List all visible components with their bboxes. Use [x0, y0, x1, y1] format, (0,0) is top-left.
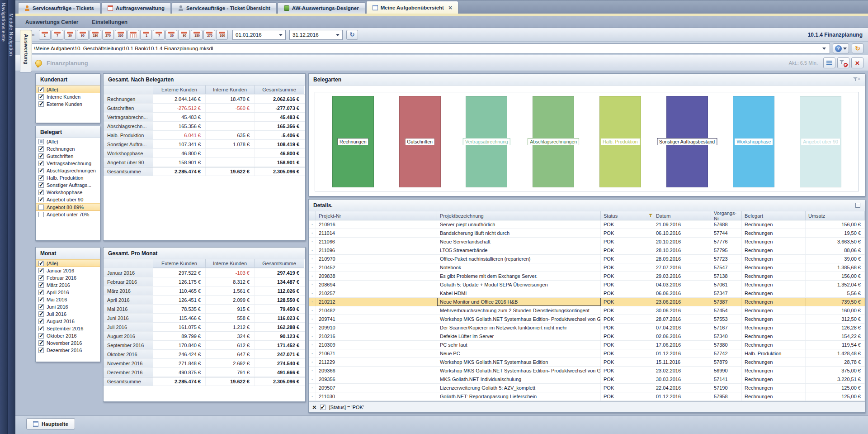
table-row[interactable]: Rechnungen 2.044.146 € 18.470 € 2.062.61…: [104, 95, 305, 104]
document-tab[interactable]: Serviceaufträge - Tickets: [18, 2, 100, 14]
table-row[interactable]: 209910 Der Scanner/Kopierer im Netzwerk …: [309, 324, 865, 332]
monat-filter-item[interactable]: Juni 2016: [36, 303, 100, 310]
table-row[interactable]: 210452 Notebook POK 27.07.2016 57547 Rec…: [309, 263, 865, 272]
report-path-input[interactable]: \Meine Aufgaben\10. Geschäftsleitung\10.…: [30, 43, 830, 53]
checkbox[interactable]: [38, 340, 44, 346]
belegart-filter-item[interactable]: Angebot unter 70%: [36, 211, 100, 218]
table-row[interactable]: 211096 LTO5 Streamerbände POK 28.10.2016…: [309, 246, 865, 255]
kundenart-filter-item[interactable]: (Alle): [36, 86, 100, 93]
checkbox[interactable]: [38, 190, 44, 195]
checkbox[interactable]: [38, 297, 44, 302]
column-header-status[interactable]: Status: [601, 211, 653, 220]
checkbox[interactable]: [38, 268, 44, 273]
table-row[interactable]: 211229 Workshop MKS Goliath.NET Systemha…: [309, 358, 865, 367]
monat-filter-item[interactable]: August 2016: [36, 318, 100, 325]
table-row[interactable]: Oktober 2016 246.424 € 647 € 247.071 €: [104, 350, 305, 359]
checkbox[interactable]: [38, 153, 44, 159]
table-row[interactable]: Workshopphase 46.800 € 46.800 €: [104, 149, 305, 158]
maximize-icon[interactable]: [855, 203, 860, 208]
date-to-field[interactable]: 31.12.2016: [289, 30, 343, 40]
table-row[interactable]: Mai 2016 78.535 € 915 € 79.450 €: [104, 305, 305, 314]
checkbox[interactable]: [38, 101, 44, 107]
checkbox[interactable]: [38, 311, 44, 317]
period-forward-button[interactable]: 90: [77, 30, 89, 40]
date-from-field[interactable]: 01.01.2016: [232, 30, 286, 40]
tab-auswertung[interactable]: Auswertung: [20, 30, 32, 72]
monat-filter-item[interactable]: März 2016: [36, 281, 100, 289]
column-header[interactable]: Interne Kunden: [206, 86, 255, 94]
document-tab[interactable]: Serviceaufträge - Ticket Übersicht: [172, 2, 277, 14]
period-forward-button[interactable]: 180: [90, 30, 101, 40]
belegart-filter-item[interactable]: Angebot über 90: [36, 196, 100, 203]
table-row[interactable]: November 2016 271.848 € 2.692 € 274.540 …: [104, 359, 305, 368]
table-row[interactable]: Dezember 2016 490.875 € 791 € 491.666 €: [104, 368, 305, 377]
chart-bar-label[interactable]: Vertragsabrechnung: [463, 138, 510, 145]
checkbox[interactable]: [38, 94, 44, 100]
column-header[interactable]: Externe Kunden: [153, 86, 206, 94]
table-row[interactable]: 208694 Goliath 5: Update + Modul SEPA Üb…: [309, 281, 865, 289]
table-row[interactable]: 210671 Neue PC POK 01.12.2016 57742 Halb…: [309, 349, 865, 358]
period-backward-button[interactable]: -180: [191, 30, 203, 40]
table-row[interactable]: 210482 Mehrverbrauchsrechnung zum 2 Stun…: [309, 306, 865, 315]
reload-report-button[interactable]: [852, 43, 863, 53]
belegart-filter-item[interactable]: Sonstiger Auftrags...: [36, 181, 100, 189]
table-row[interactable]: Gutschriften -276.512 € -560 € -277.073 …: [104, 104, 305, 113]
table-row[interactable]: 210970 Office-Paket nachinstallieren (re…: [309, 255, 865, 263]
checkbox[interactable]: [38, 319, 44, 324]
column-header[interactable]: Gesamtsumme: [255, 86, 304, 94]
checkbox[interactable]: [38, 197, 44, 202]
monat-filter-item[interactable]: Februar 2016: [36, 274, 100, 281]
table-row[interactable]: September 2016 170.840 € 612 € 171.452 €: [104, 341, 305, 350]
checkbox[interactable]: [38, 139, 44, 144]
belegart-filter-item[interactable]: Halb. Produktion: [36, 174, 100, 181]
table-row[interactable]: Juli 2016 161.075 € 1.212 € 162.288 €: [104, 323, 305, 332]
table-row[interactable]: 209838 Es gibt Probleme mit dem Exchange…: [309, 272, 865, 281]
checkbox[interactable]: [38, 304, 44, 310]
column-header[interactable]: Interne Kunden: [206, 259, 255, 268]
period-backward-button[interactable]: -30: [165, 30, 177, 40]
calendar-picker-button[interactable]: [127, 30, 139, 40]
period-forward-button[interactable]: 7: [52, 30, 63, 40]
table-row[interactable]: Februar 2016 126.175 € 8.312 € 134.487 €: [104, 277, 305, 286]
apply-date-range-button[interactable]: [346, 30, 358, 40]
period-backward-button[interactable]: -1: [140, 30, 152, 40]
period-backward-button[interactable]: -90: [178, 30, 190, 40]
toolbar-overflow-icon[interactable]: [32, 32, 38, 38]
chart-bar-label[interactable]: Halb. Produktion: [600, 138, 640, 145]
layout-list-button[interactable]: [823, 57, 835, 68]
table-row[interactable]: Halb. Produktion -6.041 € 635 € -5.406 €: [104, 131, 305, 140]
table-row[interactable]: 211066 Neue Serverlandschaft POK 20.10.2…: [309, 238, 865, 246]
checkbox[interactable]: [38, 282, 44, 288]
period-forward-button[interactable]: 360: [115, 30, 127, 40]
checkbox[interactable]: [38, 87, 44, 92]
checkbox[interactable]: [38, 168, 44, 173]
document-tab[interactable]: Meine Aufgabenübersicht: [366, 1, 458, 14]
monat-filter-item[interactable]: Januar 2016: [36, 267, 100, 274]
table-row[interactable]: 210309 PC sehr laut POK 17.06.2016 57380…: [309, 341, 865, 349]
monat-filter-item[interactable]: Mai 2016: [36, 296, 100, 303]
chart-bar-label[interactable]: Workshopphase: [735, 138, 774, 145]
chart-bar-label[interactable]: Angebot über 90: [801, 138, 840, 145]
belegart-filter-item[interactable]: Abschlagsrechnungen: [36, 167, 100, 174]
column-header[interactable]: Projektbezeichnung: [437, 211, 601, 220]
table-row[interactable]: 210216 Defekte Lüfter im Server POK 02.0…: [309, 332, 865, 341]
checkbox[interactable]: [38, 146, 44, 152]
clear-filter-button[interactable]: [837, 57, 849, 68]
filter-clear-icon[interactable]: [853, 77, 860, 82]
table-row[interactable]: 210257 Kabel HDMI POK 06.06.2016 57347 R…: [309, 289, 865, 298]
column-header[interactable]: Umsatz: [806, 211, 865, 220]
column-header[interactable]: Vorgangs-Nr: [711, 211, 742, 220]
belegart-filter-item[interactable]: (Alle): [36, 138, 100, 145]
checkbox[interactable]: [38, 275, 44, 281]
table-row[interactable]: 211030 Goliath.NET: Reportanpassung Lief…: [309, 392, 865, 401]
chart-bar-label[interactable]: Abschlagsrechnungen: [528, 138, 579, 145]
monat-filter-item[interactable]: Juli 2016: [36, 310, 100, 318]
monat-filter-item[interactable]: Dezember 2016: [36, 347, 100, 354]
period-backward-button[interactable]: -360: [216, 30, 228, 40]
column-header[interactable]: Belegart: [742, 211, 806, 220]
monat-filter-item[interactable]: Oktober 2016: [36, 332, 100, 339]
sidebar-navigationsleiste[interactable]: Navigationsleiste: [0, 0, 8, 434]
table-row[interactable]: Juni 2016 115.466 € 558 € 116.023 €: [104, 314, 305, 323]
monat-filter-item[interactable]: (Alle): [36, 259, 100, 267]
monat-filter-item[interactable]: November 2016: [36, 339, 100, 347]
